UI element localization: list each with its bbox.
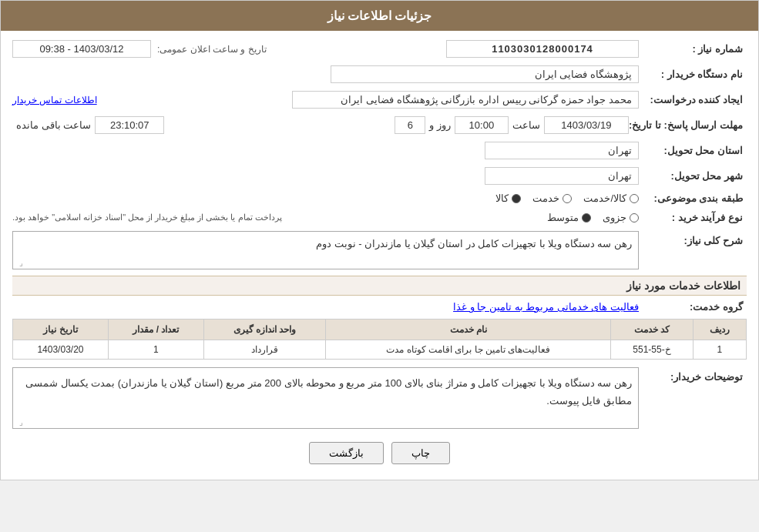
tabaghe-label: طبقه بندی موضوعی: <box>639 192 747 204</box>
radio-kala-khadamat-label: کالا/خدمت <box>583 192 626 204</box>
tabaghe-radio-group: کالا/خدمت خدمت کالا <box>495 192 639 204</box>
tarikh-value: 1403/03/19 <box>544 116 629 134</box>
radio-khadamat-label: خدمت <box>532 192 559 204</box>
cell-radif: 1 <box>693 340 746 360</box>
services-table: ردیف کد خدمت نام خدمت واحد اندازه گیری ت… <box>12 319 747 360</box>
ettelaat-tamas-link[interactable]: اطلاعات تماس خریدار <box>12 95 97 105</box>
back-button[interactable]: بازگشت <box>309 442 384 464</box>
tozihat-label: توضیحات خریدار: <box>639 367 747 383</box>
cell-tedaad: 1 <box>108 340 203 360</box>
tarikh-elam-value: 1403/03/12 - 09:38 <box>12 40 151 58</box>
radio-kala-khadamat-circle <box>630 194 639 203</box>
cell-name: فعالیت‌های تامین جا برای اقامت کوتاه مدت <box>326 340 611 360</box>
row-mohlat: مهلت ارسال پاسخ: تا تاریخ: 1403/03/19 سا… <box>12 115 747 136</box>
saat-value: 10:00 <box>455 116 509 134</box>
cell-tarikh: 1403/03/20 <box>13 340 109 360</box>
col-tarikh: تاریخ نیاز <box>13 320 109 340</box>
content-area: شماره نیاز : 1103030128000174 تاریخ و سا… <box>1 31 758 480</box>
col-vahed: واحد اندازه گیری <box>203 320 326 340</box>
radio-kala-label: کالا <box>495 192 509 204</box>
ostan-value: تهران <box>485 142 639 159</box>
radio-jozvi-circle <box>630 213 639 223</box>
daststgah-value: پژوهشگاه فضایی ایران <box>331 65 639 83</box>
tozihat-container: رهن سه دستگاه ویلا با تجهیزات کامل و متر… <box>12 367 639 429</box>
header-title: جزئیات اطلاعات نیاز <box>327 9 432 22</box>
col-kod: کد خدمت <box>611 320 694 340</box>
sharh-kolli-box: رهن سه دستگاه ویلا با تجهیزات کامل در اس… <box>12 231 639 269</box>
baqi-value: 23:10:07 <box>95 116 164 134</box>
shmare-label: شماره نیاز : <box>639 43 747 55</box>
button-row: چاپ بازگشت <box>12 442 747 464</box>
row-noe-farayand: نوع فرآیند خرید : جزوی متوسط پرداخت تمام… <box>12 210 747 225</box>
row-ostan: استان محل تحویل: تهران <box>12 140 747 161</box>
baqi-label-text: ساعت باقی مانده <box>12 119 95 131</box>
daststgah-label: نام دستگاه خریدار : <box>639 69 747 80</box>
cell-vahed: قرارداد <box>203 340 326 360</box>
ostan-label: استان محل تحویل: <box>639 145 747 156</box>
col-name: نام خدمت <box>326 320 611 340</box>
table-row: 1 خ-55-551 فعالیت‌های تامین جا برای اقام… <box>13 340 747 360</box>
khadamat-section-title: اطلاعات خدمات مورد نیاز <box>626 279 741 292</box>
mohlat-label: مهلت ارسال پاسخ: تا تاریخ: <box>629 119 747 131</box>
sharh-kolli-container: رهن سه دستگاه ویلا با تجهیزات کامل در اس… <box>12 231 639 269</box>
cell-kod: خ-55-551 <box>611 340 694 360</box>
noe-farayand-description: پرداخت تمام یا بخشی از مبلغ خریدار از مح… <box>12 212 290 223</box>
radio-jozvi-label: جزوی <box>603 212 626 223</box>
header-bar: جزئیات اطلاعات نیاز <box>1 1 758 31</box>
radio-khadamat-circle <box>563 194 572 203</box>
shmare-value: 1103030128000174 <box>446 40 639 58</box>
goroh-value[interactable]: فعالیت های خدماتی مربوط به تامین جا و غذ… <box>453 301 639 313</box>
roz-value: 6 <box>395 116 425 134</box>
main-container: جزئیات اطلاعات نیاز شماره نیاز : 1103030… <box>0 0 759 480</box>
resize-handle: ⌟ <box>14 259 23 268</box>
ijad-label: ایجاد کننده درخواست: <box>639 94 747 105</box>
sharh-kolli-value: رهن سه دستگاه ویلا با تجهیزات کامل در اس… <box>316 238 632 249</box>
saat-label-text: ساعت <box>509 119 544 131</box>
radio-motavasset-label: متوسط <box>547 212 579 223</box>
radio-kala: کالا <box>495 192 521 204</box>
row-tabaghe: طبقه بندی موضوعی: کالا/خدمت خدمت کالا <box>12 191 747 206</box>
col-tedaad: تعداد / مقدار <box>108 320 203 340</box>
shahr-value: تهران <box>485 167 639 185</box>
radio-kala-circle <box>512 194 521 203</box>
col-radif: ردیف <box>693 320 746 340</box>
roz-label-text: روز و <box>425 119 455 131</box>
row-tozihat: توضیحات خریدار: رهن سه دستگاه ویلا با تج… <box>12 366 747 430</box>
noe-farayand-radio-group: جزوی متوسط <box>547 212 639 223</box>
row-daststgah: نام دستگاه خریدار : پژوهشگاه فضایی ایران <box>12 64 747 85</box>
khadamat-section-header: اطلاعات خدمات مورد نیاز <box>12 276 747 296</box>
row-goroh-khadamat: گروه خدمت: فعالیت های خدماتی مربوط به تا… <box>12 299 747 314</box>
row-shmare: شماره نیاز : 1103030128000174 تاریخ و سا… <box>12 38 747 59</box>
tozihat-box: رهن سه دستگاه ویلا با تجهیزات کامل و متر… <box>12 367 639 429</box>
noe-farayand-label: نوع فرآیند خرید : <box>639 212 747 223</box>
print-button[interactable]: چاپ <box>391 442 450 464</box>
goroh-label: گروه خدمت: <box>639 301 747 313</box>
radio-khadamat: خدمت <box>532 192 572 204</box>
radio-jozvi: جزوی <box>603 212 639 223</box>
row-sharh-kolli: شرح کلی نیاز: رهن سه دستگاه ویلا با تجهی… <box>12 229 747 271</box>
row-ijad-konande: ایجاد کننده درخواست: محمد جواد حمزه گرکا… <box>12 89 747 110</box>
tozihat-resize-handle: ⌟ <box>14 418 23 427</box>
shahr-label: شهر محل تحویل: <box>639 170 747 182</box>
radio-motavasset-circle <box>582 213 591 223</box>
radio-kala-khadamat: کالا/خدمت <box>583 192 639 204</box>
row-shahr: شهر محل تحویل: تهران <box>12 166 747 186</box>
ijad-value: محمد جواد حمزه گرکانی رییس اداره بازرگان… <box>292 91 639 109</box>
tarikh-elam-label: تاریخ و ساعت اعلان عمومی: <box>157 44 267 55</box>
radio-motavasset: متوسط <box>547 212 591 223</box>
sharh-kolli-label: شرح کلی نیاز: <box>639 231 747 246</box>
tozihat-value: رهن سه دستگاه ویلا با تجهیزات کامل و متر… <box>25 377 632 407</box>
